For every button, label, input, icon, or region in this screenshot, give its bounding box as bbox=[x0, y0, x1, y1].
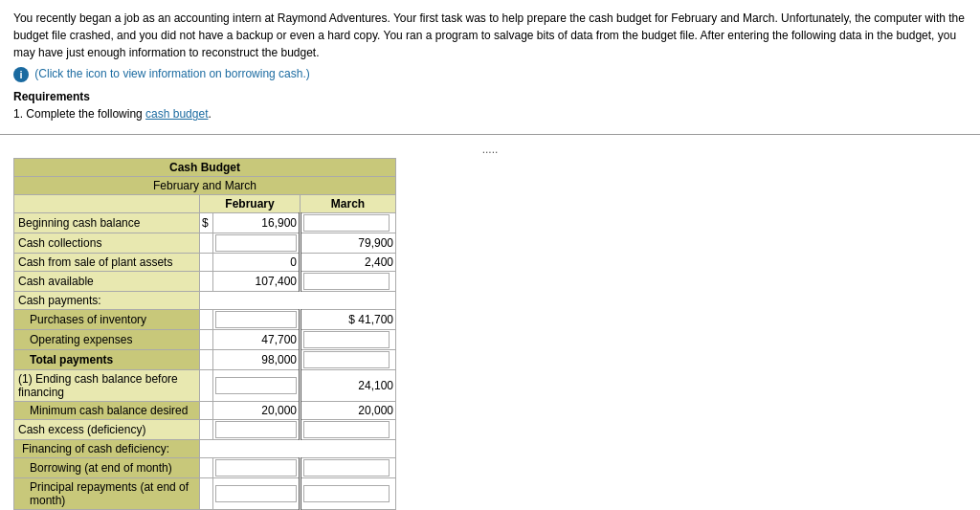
row-label-4: Cash payments: bbox=[14, 292, 200, 310]
feb-input-5[interactable] bbox=[215, 311, 297, 328]
feb-input-12[interactable] bbox=[215, 459, 297, 477]
dots-indicator: ..... bbox=[0, 141, 980, 158]
mar-cell-8: 24,100 bbox=[301, 370, 396, 402]
row-label-13: Principal repayments (at end of month) bbox=[14, 478, 200, 510]
table-title: Cash Budget bbox=[14, 159, 396, 177]
col-header-mar: March bbox=[301, 195, 396, 213]
feb-cell-12[interactable] bbox=[213, 458, 301, 478]
feb-cell-10[interactable] bbox=[213, 420, 301, 440]
row-label-8: (1) Ending cash balance before financing bbox=[14, 370, 200, 402]
feb-cell-6: 47,700 bbox=[213, 330, 301, 350]
feb-cell-8[interactable] bbox=[213, 370, 301, 402]
row-label-1: Cash collections bbox=[14, 233, 200, 254]
divider bbox=[0, 134, 980, 135]
col-header-feb: February bbox=[200, 195, 301, 213]
table-subtitle: February and March bbox=[14, 177, 396, 195]
row-label-7: Total payments bbox=[14, 350, 200, 370]
feb-input-8[interactable] bbox=[215, 377, 297, 394]
cash-budget-link[interactable]: cash budget bbox=[145, 107, 208, 121]
feb-cell-5[interactable] bbox=[213, 310, 301, 330]
mar-input-13[interactable] bbox=[303, 485, 390, 502]
feb-cell-9: 20,000 bbox=[213, 402, 301, 420]
row-label-6: Operating expenses bbox=[14, 330, 200, 350]
feb-cell-13[interactable] bbox=[213, 478, 301, 510]
info-icon[interactable]: i bbox=[13, 67, 29, 82]
mar-cell-3[interactable] bbox=[301, 272, 396, 292]
feb-cell-1[interactable] bbox=[213, 233, 301, 254]
intro-paragraph: You recently began a job as an accountin… bbox=[13, 10, 967, 61]
feb-cell-0: 16,900 bbox=[213, 213, 301, 233]
mar-input-12[interactable] bbox=[303, 459, 390, 477]
requirements-label: Requirements bbox=[13, 88, 967, 105]
mar-cell-9: 20,000 bbox=[301, 402, 396, 420]
mar-cell-6[interactable] bbox=[301, 330, 396, 350]
feb-cell-3: 107,400 bbox=[213, 272, 301, 292]
mar-cell-13[interactable] bbox=[301, 478, 396, 510]
mar-input-10[interactable] bbox=[303, 421, 390, 438]
mar-cell-1: 79,900 bbox=[301, 233, 396, 254]
intro-section: You recently began a job as an accountin… bbox=[0, 0, 980, 128]
mar-input-0[interactable] bbox=[303, 214, 390, 232]
cash-budget-table: Cash Budget February and March February … bbox=[13, 158, 396, 510]
mar-cell-10[interactable] bbox=[301, 420, 396, 440]
feb-input-10[interactable] bbox=[215, 421, 297, 438]
mar-input-7[interactable] bbox=[303, 351, 390, 368]
budget-table-wrapper: Cash Budget February and March February … bbox=[0, 158, 980, 510]
row-label-11: Financing of cash deficiency: bbox=[14, 440, 200, 458]
mar-input-3[interactable] bbox=[303, 273, 390, 290]
feb-cell-2: 0 bbox=[213, 254, 301, 272]
mar-input-6[interactable] bbox=[303, 331, 390, 348]
requirement-item: 1. Complete the following cash budget. bbox=[13, 105, 967, 122]
feb-input-13[interactable] bbox=[215, 485, 297, 502]
feb-input-1[interactable] bbox=[215, 234, 297, 252]
row-label-0: Beginning cash balance bbox=[14, 213, 200, 233]
row-label-9: Minimum cash balance desired bbox=[14, 402, 200, 420]
borrowing-info-link[interactable]: (Click the icon to view information on b… bbox=[34, 67, 309, 80]
row-label-5: Purchases of inventory bbox=[14, 310, 200, 330]
row-label-3: Cash available bbox=[14, 272, 200, 292]
mar-cell-12[interactable] bbox=[301, 458, 396, 478]
mar-cell-7[interactable] bbox=[301, 350, 396, 370]
feb-cell-7: 98,000 bbox=[213, 350, 301, 370]
mar-cell-0[interactable] bbox=[301, 213, 396, 233]
mar-cell-2: 2,400 bbox=[301, 254, 396, 272]
mar-cell-5: $ 41,700 bbox=[301, 310, 396, 330]
row-label-10: Cash excess (deficiency) bbox=[14, 420, 200, 440]
row-label-12: Borrowing (at end of month) bbox=[14, 458, 200, 478]
row-label-2: Cash from sale of plant assets bbox=[14, 254, 200, 272]
